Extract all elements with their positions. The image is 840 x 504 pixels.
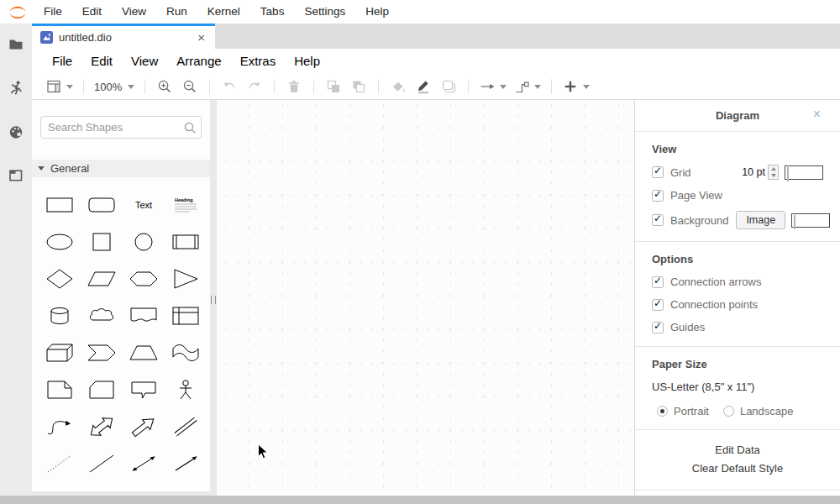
shape-diamond[interactable] xyxy=(39,260,81,297)
tab-untitled-dio[interactable]: untitled.dio × xyxy=(32,24,215,49)
jupyter-menu-kernel[interactable]: Kernel xyxy=(197,0,250,24)
shape-arrow[interactable] xyxy=(123,408,165,445)
shape-hexagon[interactable] xyxy=(123,260,165,297)
shape-bidirectional-connector[interactable] xyxy=(123,445,165,482)
format-panel-close-icon[interactable]: × xyxy=(813,108,821,121)
background-image-button[interactable]: Image xyxy=(736,211,785,229)
shape-trapezoid[interactable] xyxy=(123,334,165,371)
shape-rectangle[interactable] xyxy=(39,186,81,223)
stepper-down-button[interactable] xyxy=(769,172,778,179)
section-label: General xyxy=(50,162,89,175)
diagram-canvas[interactable] xyxy=(217,100,634,496)
delete-button[interactable] xyxy=(285,76,303,97)
jupyter-menu-help[interactable]: Help xyxy=(355,0,399,24)
shape-callout[interactable] xyxy=(123,371,165,408)
background-color-swatch[interactable] xyxy=(791,213,830,228)
grid-checkbox[interactable] xyxy=(652,166,664,178)
shape-ellipse[interactable] xyxy=(39,223,81,260)
to-back-icon xyxy=(350,78,367,95)
shape-circle[interactable] xyxy=(123,223,165,260)
tab-close-icon[interactable]: × xyxy=(196,31,207,44)
shape-process[interactable] xyxy=(165,223,207,260)
shape-cube[interactable] xyxy=(39,334,81,371)
connection-arrows-checkbox[interactable] xyxy=(652,276,664,288)
shape-note[interactable] xyxy=(39,371,81,408)
jupyter-menu-settings[interactable]: Settings xyxy=(294,0,355,24)
portrait-radio[interactable] xyxy=(657,406,668,417)
to-front-button[interactable] xyxy=(324,76,343,97)
running-sessions-icon[interactable] xyxy=(8,80,24,97)
shape-internal-storage[interactable] xyxy=(165,297,207,334)
file-browser-icon[interactable] xyxy=(8,36,24,53)
section-header-general[interactable]: General xyxy=(32,160,210,177)
resize-handle-icon[interactable] xyxy=(211,296,216,304)
tab-title: untitled.dio xyxy=(59,31,190,44)
fill-color-button[interactable] xyxy=(389,76,407,97)
shape-curve[interactable] xyxy=(39,408,81,445)
panel-resize-gutter[interactable] xyxy=(210,100,217,496)
stepper-up-button[interactable] xyxy=(769,165,778,172)
document-shape-icon xyxy=(129,305,158,327)
jupyter-menu-view[interactable]: View xyxy=(112,0,156,24)
shape-card[interactable] xyxy=(81,371,123,408)
jupyter-menu-tabs[interactable]: Tabs xyxy=(250,0,295,24)
line-color-button[interactable] xyxy=(414,76,433,97)
shape-square[interactable] xyxy=(81,223,123,260)
paper-size-heading: Paper Size xyxy=(652,358,823,371)
shape-dashed-line[interactable] xyxy=(39,445,81,482)
waypoints-button[interactable] xyxy=(513,76,541,97)
undo-button[interactable] xyxy=(220,76,239,97)
guides-checkbox[interactable] xyxy=(652,322,664,333)
drawio-menu-help[interactable]: Help xyxy=(285,49,329,74)
open-tabs-icon[interactable] xyxy=(8,167,24,184)
shape-actor[interactable] xyxy=(165,371,207,408)
shape-directional-connector[interactable] xyxy=(165,445,207,482)
jupyter-menu-file[interactable]: File xyxy=(34,0,72,24)
to-back-button[interactable] xyxy=(349,76,368,97)
jupyter-menu-run[interactable]: Run xyxy=(156,0,197,24)
shape-link[interactable] xyxy=(165,408,207,445)
edit-data-link[interactable]: Edit Data xyxy=(635,444,840,456)
grid-color-swatch[interactable] xyxy=(785,165,823,180)
shape-textbox[interactable]: Heading xyxy=(165,186,207,223)
jupyter-menu-edit[interactable]: Edit xyxy=(72,0,112,24)
option-label: Guides xyxy=(670,321,705,333)
shape-rounded-rectangle[interactable] xyxy=(81,186,123,223)
insert-button[interactable] xyxy=(562,76,590,97)
panel-actions: Edit Data Clear Default Style xyxy=(635,430,840,491)
shape-line[interactable] xyxy=(81,445,123,482)
shape-parallelogram[interactable] xyxy=(81,260,123,297)
paper-size-value[interactable]: US-Letter (8,5" x 11") xyxy=(652,381,823,393)
drawio-menu-edit[interactable]: Edit xyxy=(81,49,122,74)
shape-step[interactable] xyxy=(81,334,123,371)
zoom-out-button[interactable] xyxy=(181,76,199,97)
shadow-button[interactable] xyxy=(439,76,458,97)
background-checkbox[interactable] xyxy=(652,214,664,226)
search-shapes-input[interactable] xyxy=(40,116,202,139)
shape-cloud[interactable] xyxy=(81,297,123,334)
shape-triangle[interactable] xyxy=(165,260,207,297)
command-palette-icon[interactable] xyxy=(8,123,24,140)
connection-button[interactable] xyxy=(479,76,507,97)
shape-tape[interactable] xyxy=(165,334,207,371)
zoom-level-button[interactable]: 100% xyxy=(94,76,134,97)
internal-storage-shape-icon xyxy=(171,305,200,327)
shape-cylinder[interactable] xyxy=(39,297,81,334)
link-shape-icon xyxy=(171,416,200,438)
redo-button[interactable] xyxy=(245,76,264,97)
drawio-menu-arrange[interactable]: Arrange xyxy=(167,49,230,74)
shape-document[interactable] xyxy=(123,297,165,334)
note-shape-icon xyxy=(45,379,74,401)
text-shape-icon: Text xyxy=(129,194,158,216)
shape-bidirectional-arrow[interactable] xyxy=(81,408,123,445)
landscape-radio[interactable] xyxy=(723,406,734,417)
page-view-checkbox[interactable] xyxy=(652,190,664,202)
clear-default-style-link[interactable]: Clear Default Style xyxy=(635,462,840,475)
drawio-menu-file[interactable]: File xyxy=(43,49,81,74)
drawio-menu-view[interactable]: View xyxy=(122,49,167,74)
zoom-in-button[interactable] xyxy=(155,76,174,97)
view-layout-button[interactable] xyxy=(45,76,73,97)
drawio-menu-extras[interactable]: Extras xyxy=(231,49,286,74)
shape-text[interactable]: Text xyxy=(123,186,165,223)
connection-points-checkbox[interactable] xyxy=(652,299,664,311)
